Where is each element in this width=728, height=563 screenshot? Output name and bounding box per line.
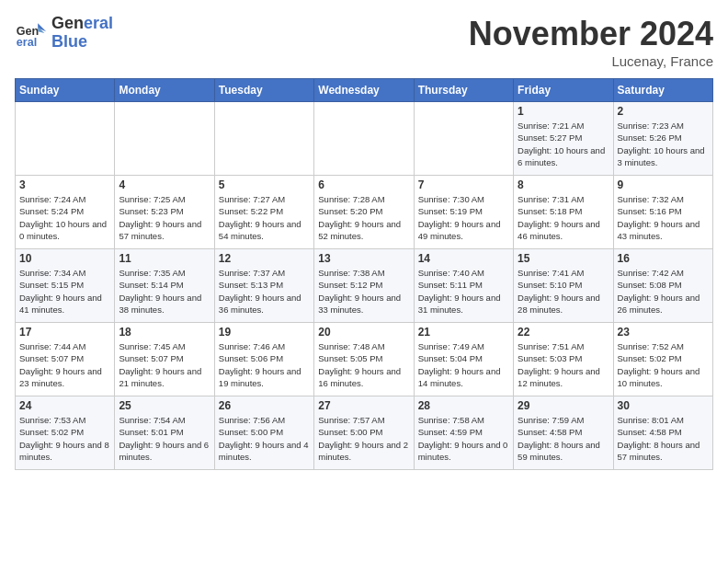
day-cell [414,102,513,176]
day-cell: 23Sunrise: 7:52 AM Sunset: 5:02 PM Dayli… [613,323,712,396]
day-info: Sunrise: 7:35 AM Sunset: 5:14 PM Dayligh… [119,267,210,316]
day-number: 16 [618,252,709,265]
day-number: 1 [518,105,609,118]
day-info: Sunrise: 7:34 AM Sunset: 5:15 PM Dayligh… [19,267,110,316]
day-number: 30 [618,399,709,412]
day-cell: 5Sunrise: 7:27 AM Sunset: 5:22 PM Daylig… [214,176,313,249]
month-title: November 2024 [469,15,713,53]
day-number: 13 [318,252,409,265]
header-tuesday: Tuesday [214,79,313,102]
day-cell: 19Sunrise: 7:46 AM Sunset: 5:06 PM Dayli… [214,323,313,396]
day-cell: 30Sunrise: 8:01 AM Sunset: 4:58 PM Dayli… [613,396,712,470]
day-number: 27 [318,399,409,412]
day-number: 6 [318,178,409,191]
day-cell: 16Sunrise: 7:42 AM Sunset: 5:08 PM Dayli… [613,249,712,323]
day-info: Sunrise: 7:53 AM Sunset: 5:02 PM Dayligh… [19,414,110,463]
day-number: 9 [618,178,709,191]
day-cell: 4Sunrise: 7:25 AM Sunset: 5:23 PM Daylig… [115,176,214,249]
day-info: Sunrise: 7:56 AM Sunset: 5:00 PM Dayligh… [219,414,310,463]
day-info: Sunrise: 7:38 AM Sunset: 5:12 PM Dayligh… [318,267,409,316]
day-info: Sunrise: 7:23 AM Sunset: 5:26 PM Dayligh… [618,120,709,168]
day-number: 18 [119,326,210,339]
day-number: 17 [19,326,110,339]
day-number: 15 [518,252,609,265]
day-number: 25 [119,399,210,412]
page-header: Gen eral General Blue November 2024 Luce… [15,15,713,69]
day-number: 8 [518,178,609,191]
day-info: Sunrise: 7:44 AM Sunset: 5:07 PM Dayligh… [19,340,110,389]
header-thursday: Thursday [414,79,513,102]
week-row-4: 17Sunrise: 7:44 AM Sunset: 5:07 PM Dayli… [16,323,713,396]
svg-text:eral: eral [17,36,37,49]
day-cell: 26Sunrise: 7:56 AM Sunset: 5:00 PM Dayli… [214,396,313,470]
header-friday: Friday [514,79,613,102]
day-number: 4 [119,178,210,191]
day-info: Sunrise: 7:46 AM Sunset: 5:06 PM Dayligh… [219,340,310,389]
day-number: 22 [518,326,609,339]
day-cell: 24Sunrise: 7:53 AM Sunset: 5:02 PM Dayli… [16,396,115,470]
week-row-3: 10Sunrise: 7:34 AM Sunset: 5:15 PM Dayli… [16,249,713,323]
day-info: Sunrise: 7:24 AM Sunset: 5:24 PM Dayligh… [19,193,110,242]
day-cell: 21Sunrise: 7:49 AM Sunset: 5:04 PM Dayli… [414,323,513,396]
day-cell: 8Sunrise: 7:31 AM Sunset: 5:18 PM Daylig… [514,176,613,249]
day-number: 19 [219,326,310,339]
day-cell [115,102,214,176]
day-number: 12 [219,252,310,265]
day-cell [314,102,414,176]
day-number: 28 [418,399,509,412]
day-cell [214,102,313,176]
day-info: Sunrise: 7:32 AM Sunset: 5:16 PM Dayligh… [618,193,709,242]
day-cell: 15Sunrise: 7:41 AM Sunset: 5:10 PM Dayli… [514,249,613,323]
day-cell: 13Sunrise: 7:38 AM Sunset: 5:12 PM Dayli… [314,249,414,323]
day-info: Sunrise: 7:21 AM Sunset: 5:27 PM Dayligh… [518,120,609,168]
header-row: SundayMondayTuesdayWednesdayThursdayFrid… [16,79,713,102]
day-number: 24 [19,399,110,412]
day-cell: 10Sunrise: 7:34 AM Sunset: 5:15 PM Dayli… [16,249,115,323]
day-info: Sunrise: 8:01 AM Sunset: 4:58 PM Dayligh… [618,414,709,463]
day-info: Sunrise: 7:28 AM Sunset: 5:20 PM Dayligh… [318,193,409,242]
day-cell: 20Sunrise: 7:48 AM Sunset: 5:05 PM Dayli… [314,323,414,396]
day-info: Sunrise: 7:30 AM Sunset: 5:19 PM Dayligh… [418,193,509,242]
day-number: 2 [618,105,709,118]
day-info: Sunrise: 7:37 AM Sunset: 5:13 PM Dayligh… [219,267,310,316]
day-info: Sunrise: 7:31 AM Sunset: 5:18 PM Dayligh… [518,193,609,242]
day-number: 10 [19,252,110,265]
day-info: Sunrise: 7:48 AM Sunset: 5:05 PM Dayligh… [318,340,409,389]
day-cell: 7Sunrise: 7:30 AM Sunset: 5:19 PM Daylig… [414,176,513,249]
day-info: Sunrise: 7:51 AM Sunset: 5:03 PM Dayligh… [518,340,609,389]
day-cell: 29Sunrise: 7:59 AM Sunset: 4:58 PM Dayli… [514,396,613,470]
day-cell: 11Sunrise: 7:35 AM Sunset: 5:14 PM Dayli… [115,249,214,323]
title-block: November 2024 Lucenay, France [469,15,713,69]
logo: Gen eral General Blue [15,15,113,52]
day-info: Sunrise: 7:25 AM Sunset: 5:23 PM Dayligh… [119,193,210,242]
day-cell: 22Sunrise: 7:51 AM Sunset: 5:03 PM Dayli… [514,323,613,396]
header-wednesday: Wednesday [314,79,414,102]
day-cell: 2Sunrise: 7:23 AM Sunset: 5:26 PM Daylig… [613,102,712,176]
day-cell: 1Sunrise: 7:21 AM Sunset: 5:27 PM Daylig… [514,102,613,176]
day-number: 7 [418,178,509,191]
day-number: 29 [518,399,609,412]
week-row-5: 24Sunrise: 7:53 AM Sunset: 5:02 PM Dayli… [16,396,713,470]
day-info: Sunrise: 7:58 AM Sunset: 4:59 PM Dayligh… [418,414,509,463]
logo-text: General Blue [51,15,113,52]
day-info: Sunrise: 7:54 AM Sunset: 5:01 PM Dayligh… [119,414,210,463]
day-cell: 3Sunrise: 7:24 AM Sunset: 5:24 PM Daylig… [16,176,115,249]
day-cell: 27Sunrise: 7:57 AM Sunset: 5:00 PM Dayli… [314,396,414,470]
day-cell: 18Sunrise: 7:45 AM Sunset: 5:07 PM Dayli… [115,323,214,396]
day-info: Sunrise: 7:59 AM Sunset: 4:58 PM Dayligh… [518,414,609,463]
day-info: Sunrise: 7:42 AM Sunset: 5:08 PM Dayligh… [618,267,709,316]
day-cell: 12Sunrise: 7:37 AM Sunset: 5:13 PM Dayli… [214,249,313,323]
day-number: 11 [119,252,210,265]
week-row-2: 3Sunrise: 7:24 AM Sunset: 5:24 PM Daylig… [16,176,713,249]
day-number: 26 [219,399,310,412]
day-cell: 9Sunrise: 7:32 AM Sunset: 5:16 PM Daylig… [613,176,712,249]
day-info: Sunrise: 7:41 AM Sunset: 5:10 PM Dayligh… [518,267,609,316]
location: Lucenay, France [469,53,713,69]
day-cell: 17Sunrise: 7:44 AM Sunset: 5:07 PM Dayli… [16,323,115,396]
day-cell [16,102,115,176]
day-cell: 25Sunrise: 7:54 AM Sunset: 5:01 PM Dayli… [115,396,214,470]
day-info: Sunrise: 7:52 AM Sunset: 5:02 PM Dayligh… [618,340,709,389]
header-saturday: Saturday [613,79,712,102]
day-number: 5 [219,178,310,191]
day-info: Sunrise: 7:45 AM Sunset: 5:07 PM Dayligh… [119,340,210,389]
